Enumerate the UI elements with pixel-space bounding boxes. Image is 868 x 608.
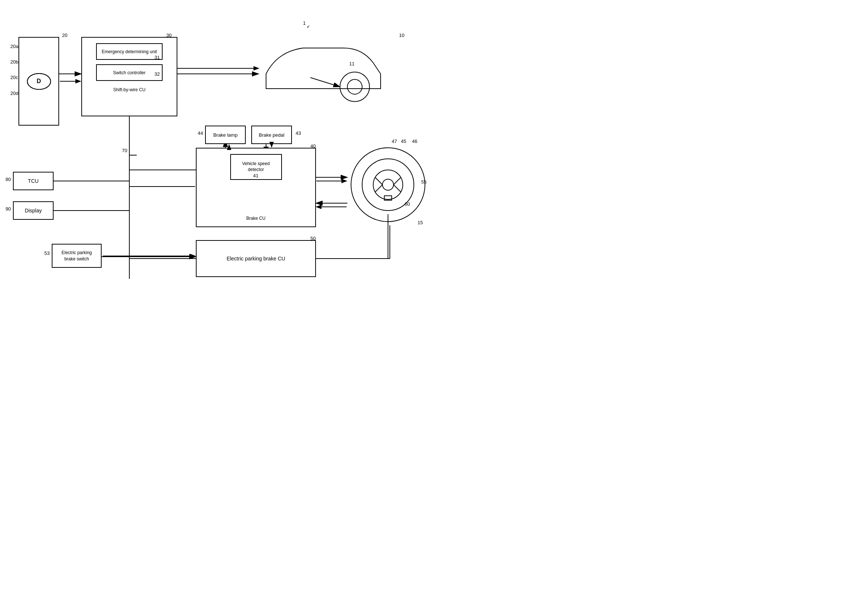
brake-lamp-box: Brake lamp xyxy=(205,125,246,144)
tcu-box: TCU xyxy=(13,172,54,190)
ref-50: 50 xyxy=(310,236,316,241)
svg-line-17 xyxy=(310,77,340,87)
svg-line-27 xyxy=(394,185,401,192)
svg-line-25 xyxy=(375,185,383,192)
ref-80: 80 xyxy=(6,176,11,182)
label-20d: 20d xyxy=(10,90,19,96)
ref-41: 41 xyxy=(253,173,258,178)
shift-by-wire-cu: Emergency determining unit Switch contro… xyxy=(81,37,177,116)
ref-43: 43 xyxy=(296,130,301,136)
shift-panel: P R N D xyxy=(19,37,59,125)
label-20b: 20b xyxy=(10,59,19,65)
ref-30: 30 xyxy=(166,32,172,38)
ref-47: 47 xyxy=(392,139,397,144)
svg-line-26 xyxy=(394,177,401,185)
label-20a: 20a xyxy=(10,43,19,49)
ref-60: 60 xyxy=(405,201,410,207)
switch-controller-box: Switch controller xyxy=(96,64,163,81)
svg-point-16 xyxy=(347,79,362,94)
svg-point-15 xyxy=(340,72,369,102)
ref-1-arrow: ↙ xyxy=(307,24,310,29)
brake-pedal-box: Brake pedal xyxy=(251,125,292,144)
svg-line-24 xyxy=(375,177,383,185)
ref-90: 90 xyxy=(6,206,11,212)
ref-55: 55 xyxy=(421,179,426,185)
ref-10: 10 xyxy=(399,32,404,38)
shift-by-wire-label: Shift-by-wire CU xyxy=(113,87,145,92)
diagram: 1 ↙ P R N D 20 20a 20b 20c 20d Emergency… xyxy=(0,0,434,304)
ref-70: 70 xyxy=(122,148,127,153)
ref-32: 32 xyxy=(155,71,160,77)
ref-45: 45 xyxy=(401,139,406,144)
ref-15: 15 xyxy=(418,220,423,225)
electric-parking-cu-box: Electric parking brake CU xyxy=(196,240,316,277)
label-20: 20 xyxy=(62,32,67,38)
emergency-unit-box: Emergency determining unit xyxy=(96,43,163,60)
electric-parking-switch-box: Electric parkingbrake switch xyxy=(52,244,102,268)
display-box: Display xyxy=(13,201,54,220)
btn-D[interactable]: D xyxy=(27,73,51,90)
ref-11: 11 xyxy=(349,61,354,67)
brake-cu-box: Vehicle speeddetector Brake CU xyxy=(196,148,316,227)
car-silhouette xyxy=(259,29,388,104)
ref-1: 1 xyxy=(303,20,305,26)
ref-44: 44 xyxy=(198,130,203,136)
ref-31: 31 xyxy=(155,55,160,60)
label-20c: 20c xyxy=(10,74,18,80)
svg-point-21 xyxy=(373,170,403,200)
ref-46: 46 xyxy=(412,139,417,144)
wheel-assembly-svg xyxy=(347,142,429,227)
wheel-assembly xyxy=(347,142,429,229)
ref-40: 40 xyxy=(310,143,316,149)
brake-cu-label: Brake CU xyxy=(246,216,265,221)
ref-53: 53 xyxy=(44,251,50,256)
svg-point-22 xyxy=(383,179,394,190)
